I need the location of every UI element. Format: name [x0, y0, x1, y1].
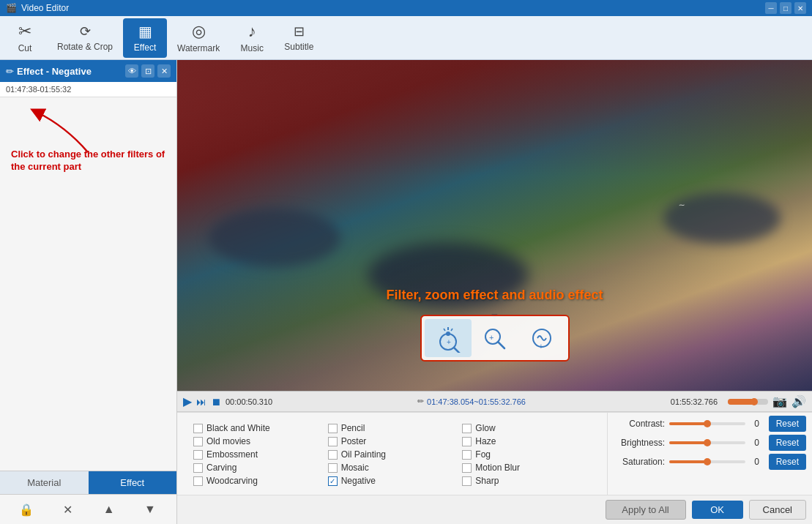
toolbar-item-subtitle[interactable]: ⊟ Subtitle	[274, 18, 324, 58]
brightness-label: Brightness:	[614, 438, 665, 448]
filter-poster-label: Poster	[341, 436, 367, 446]
filter-poster[interactable]: Poster	[328, 436, 457, 446]
stop-button[interactable]: ⏹	[211, 396, 221, 408]
filter-fog[interactable]: Fog	[462, 449, 591, 460]
tab-material[interactable]: Material	[0, 471, 89, 494]
pencil-icon: ✏	[417, 397, 424, 406]
contrast-reset-button[interactable]: Reset	[769, 416, 806, 432]
filter-haze-checkbox[interactable]	[462, 437, 472, 446]
lock-button[interactable]: 🔒	[16, 499, 37, 520]
volume-slider[interactable]	[728, 399, 768, 405]
step-forward-button[interactable]: ⏭	[196, 396, 206, 408]
filter-woodcarving-label: Woodcarving	[206, 476, 258, 486]
minimize-button[interactable]: ─	[765, 2, 777, 14]
toolbar-item-cut[interactable]: ✂ Cut	[3, 18, 47, 58]
filter-sharp-checkbox[interactable]	[462, 476, 472, 486]
saturation-slider[interactable]	[669, 460, 745, 463]
filter-glow[interactable]: Glow	[462, 423, 591, 433]
filter-glow-label: Glow	[475, 423, 495, 433]
window-title: Video Editor	[21, 3, 765, 13]
timeline-row: ▶ ⏭ ⏹ 00:00:50.310 ✏ 01:47:38.054~01:55:…	[177, 391, 812, 411]
filter-bw-checkbox[interactable]	[193, 424, 203, 433]
filter-mosaic-checkbox[interactable]	[328, 463, 338, 473]
audio-effect-button[interactable]: +	[518, 319, 565, 357]
zoom-icon-svg: +	[480, 323, 510, 353]
filter-mosaic[interactable]: Mosaic	[328, 463, 457, 473]
filter-sharp[interactable]: Sharp	[462, 476, 591, 486]
filter-oilpainting-checkbox[interactable]	[328, 450, 338, 460]
saturation-row: Saturation: 0 Reset	[614, 454, 806, 470]
window-icon: 🎬	[6, 3, 17, 13]
filter-pencil-checkbox[interactable]	[328, 424, 338, 433]
delete-button[interactable]: ✕	[57, 499, 78, 520]
video-container: ~ Filter, zoom effect and audio effect ▼	[177, 60, 812, 391]
filter-pencil[interactable]: Pencil	[328, 423, 457, 433]
filter-embossment-checkbox[interactable]	[193, 450, 203, 460]
brightness-slider[interactable]	[669, 441, 745, 444]
brightness-reset-button[interactable]: Reset	[769, 435, 806, 451]
effect-icon: ▦	[138, 23, 152, 40]
filter-carving-label: Carving	[206, 463, 236, 473]
toolbar-label-cut: Cut	[18, 43, 32, 53]
video-area: ~ Filter, zoom effect and audio effect ▼	[177, 60, 812, 524]
filter-negative[interactable]: ✓ Negative	[328, 476, 457, 486]
cancel-button[interactable]: Cancel	[749, 500, 806, 520]
move-down-button[interactable]: ▼	[140, 499, 160, 520]
filter-embossment[interactable]: Embossment	[193, 449, 322, 460]
filter-negative-checkbox[interactable]: ✓	[328, 476, 338, 486]
toolbar-item-music[interactable]: ♪ Music	[230, 18, 274, 58]
toolbar-item-effect[interactable]: ▦ Effect	[123, 18, 167, 58]
annotation-arrow	[22, 105, 103, 156]
saturation-fill	[669, 460, 707, 463]
contrast-row: Contrast: 0 Reset	[614, 416, 806, 432]
filter-effect-button[interactable]: +	[425, 319, 472, 357]
filter-oilpainting[interactable]: Oil Painting	[328, 449, 457, 460]
filter-old[interactable]: Old movies	[193, 436, 322, 446]
move-up-button[interactable]: ▲	[99, 499, 119, 520]
effect-icons-bar: + +	[420, 315, 570, 362]
toolbar-item-rotate[interactable]: ⟳ Rotate & Crop	[47, 18, 123, 58]
filter-woodcarving-checkbox[interactable]	[193, 476, 203, 486]
title-bar: 🎬 Video Editor ─ □ ✕	[0, 0, 812, 16]
filter-woodcarving[interactable]: Woodcarving	[193, 476, 322, 486]
maximize-button[interactable]: □	[780, 2, 791, 14]
filter-motionblur-checkbox[interactable]	[462, 463, 472, 473]
svg-line-1	[454, 348, 460, 353]
filter-motionblur[interactable]: Motion Blur	[462, 463, 591, 473]
brightness-row: Brightness: 0 Reset	[614, 435, 806, 451]
filter-fog-checkbox[interactable]	[462, 450, 472, 460]
filter-motionblur-label: Motion Blur	[475, 463, 520, 473]
left-panel-actions: 🔒 ✕ ▲ ▼	[0, 494, 176, 524]
svg-text:+: +	[539, 343, 543, 351]
filter-glow-checkbox[interactable]	[462, 424, 472, 433]
tab-effect[interactable]: Effect	[89, 471, 177, 494]
filter-bw[interactable]: Black and White	[193, 423, 322, 433]
volume-button[interactable]: 🔊	[791, 394, 806, 408]
close-panel-icon[interactable]: ✕	[157, 64, 171, 78]
toolbar-label-subtitle: Subtitle	[284, 42, 313, 52]
zoom-effect-button[interactable]: +	[472, 319, 518, 357]
close-button[interactable]: ✕	[794, 2, 806, 14]
filter-old-checkbox[interactable]	[193, 437, 203, 446]
ok-button[interactable]: OK	[692, 501, 743, 519]
saturation-thumb	[704, 458, 711, 465]
visibility-icon[interactable]: 👁	[125, 64, 138, 78]
brightness-thumb	[704, 439, 711, 446]
filter-old-label: Old movies	[206, 436, 250, 446]
camera-button[interactable]: 📷	[772, 394, 787, 408]
filter-haze[interactable]: Haze	[462, 436, 591, 446]
toolbar-item-watermark[interactable]: ◎ Watermark	[167, 18, 230, 58]
filter-embossment-label: Embossment	[206, 449, 258, 460]
filter-poster-checkbox[interactable]	[328, 437, 338, 446]
filter-carving[interactable]: Carving	[193, 463, 322, 473]
play-button[interactable]: ▶	[183, 394, 192, 408]
filters-grid: Black and White Old movies Embossment	[185, 417, 600, 490]
apply-all-button[interactable]: Apply to All	[606, 500, 686, 520]
brightness-fill	[669, 441, 707, 444]
filter-carving-checkbox[interactable]	[193, 463, 203, 473]
saturation-reset-button[interactable]: Reset	[769, 454, 806, 470]
edit-icon: ✏	[6, 66, 14, 77]
copy-icon[interactable]: ⊡	[141, 64, 154, 78]
contrast-slider[interactable]	[669, 422, 745, 425]
filter-col-1: Black and White Old movies Embossment	[193, 423, 322, 486]
